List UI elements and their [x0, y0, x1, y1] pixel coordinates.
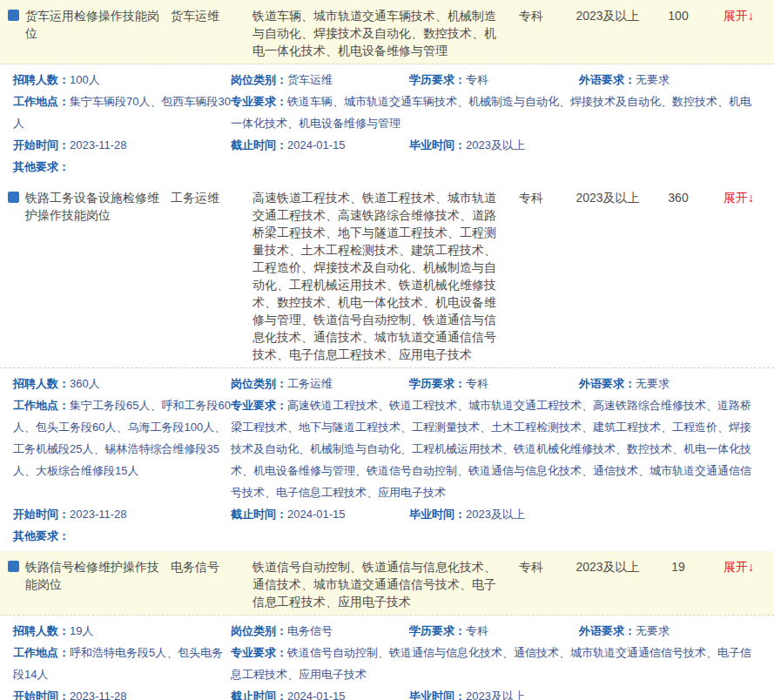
field-label: 毕业时间：	[409, 690, 466, 700]
field-label: 其他要求：	[13, 160, 70, 173]
job-majors: 铁道信号自动控制、铁道通信与信息化技术、通信技术、城市轨道交通通信信号技术、电子…	[249, 558, 500, 610]
field-value: 2023及以上	[466, 690, 525, 700]
field-value: 高速铁道工程技术、铁道工程技术、城市轨道交通工程技术、高速铁路综合维修技术、道路…	[231, 399, 751, 499]
field-value: 专科	[466, 73, 488, 86]
field-value: 无要求	[636, 73, 670, 86]
field-value: 2024-01-15	[287, 508, 346, 521]
detail-education: 学历要求：专科	[409, 620, 579, 642]
job-detail-panel: 招聘人数：100人 岗位类别：货车运维 学历要求：专科 外语要求：无要求 工作地…	[0, 64, 774, 182]
detail-recruit-count: 招聘人数：19人	[13, 620, 231, 642]
detail-deadline: 截止时间：2024-01-15	[231, 685, 409, 700]
job-graduation-year: 2023及以上	[562, 558, 653, 575]
detail-start-time: 开始时间：2023-11-28	[13, 134, 231, 156]
job-majors: 高速铁道工程技术、铁道工程技术、城市轨道交通工程技术、高速铁路综合维修技术、道路…	[249, 189, 500, 363]
field-label: 工作地点：	[13, 399, 70, 412]
field-label: 毕业时间：	[409, 508, 466, 521]
detail-foreign-language: 外语要求：无要求	[579, 620, 762, 642]
field-value: 2024-01-15	[287, 138, 346, 151]
detail-other-requirements: 其他要求：	[13, 525, 762, 547]
field-value: 100人	[70, 73, 100, 86]
detail-start-time: 开始时间：2023-11-28	[13, 503, 231, 525]
field-value: 货车运维	[287, 73, 333, 86]
field-value: 2023-11-28	[70, 138, 127, 151]
field-value: 2023及以上	[466, 138, 525, 151]
field-value: 铁道车辆、城市轨道交通车辆技术、机械制造与自动化、焊接技术及自动化、数控技术、机…	[231, 95, 751, 130]
job-row[interactable]: 货车运用检修操作技能岗位 货车运维 铁道车辆、城市轨道交通车辆技术、机械制造与自…	[0, 0, 774, 64]
job-bullet-icon	[8, 10, 19, 21]
field-value: 19人	[70, 624, 93, 637]
expand-button[interactable]: 展开↓	[703, 558, 774, 575]
field-label: 开始时间：	[13, 690, 70, 700]
field-label: 学历要求：	[409, 624, 466, 637]
job-graduation-year: 2023及以上	[562, 7, 653, 24]
job-education: 专科	[500, 558, 562, 575]
field-value: 工务运维	[287, 377, 333, 390]
field-value: 360人	[70, 377, 100, 390]
detail-job-category: 岗位类别：电务信号	[231, 620, 409, 642]
detail-major-requirements: 专业要求：铁道车辆、城市轨道交通车辆技术、机械制造与自动化、焊接技术及自动化、数…	[231, 91, 762, 134]
job-title: 铁路工务设备设施检修维护操作技能岗位	[25, 189, 162, 224]
detail-work-location: 工作地点：呼和浩特电务段5人、包头电务段14人	[13, 642, 231, 685]
job-education: 专科	[500, 7, 562, 24]
field-label: 专业要求：	[231, 95, 287, 108]
field-label: 招聘人数：	[13, 73, 70, 86]
detail-work-location: 工作地点：集宁车辆段70人、包西车辆段30人	[13, 91, 231, 134]
detail-graduation-time: 毕业时间：2023及以上	[409, 503, 762, 525]
job-detail-panel: 招聘人数：360人 岗位类别：工务运维 学历要求：专科 外语要求：无要求 工作地…	[0, 368, 774, 551]
field-value: 电务信号	[287, 624, 333, 637]
field-label: 外语要求：	[579, 73, 636, 86]
field-label: 开始时间：	[13, 138, 70, 151]
field-label: 岗位类别：	[231, 73, 287, 86]
field-label: 工作地点：	[13, 95, 70, 108]
job-bullet-icon	[8, 561, 19, 572]
job-majors: 铁道车辆、城市轨道交通车辆技术、机械制造与自动化、焊接技术及自动化、数控技术、机…	[249, 7, 500, 59]
field-value: 无要求	[636, 624, 670, 637]
detail-deadline: 截止时间：2024-01-15	[231, 134, 409, 156]
field-label: 外语要求：	[579, 624, 636, 637]
field-value: 2023及以上	[466, 508, 525, 521]
job-category: 工务运维	[162, 189, 249, 206]
field-value: 2024-01-15	[287, 690, 346, 700]
field-value: 2023-11-28	[70, 690, 127, 700]
field-label: 学历要求：	[409, 73, 466, 86]
detail-foreign-language: 外语要求：无要求	[579, 373, 762, 394]
job-graduation-year: 2023及以上	[562, 189, 653, 206]
job-list: 货车运用检修操作技能岗位 货车运维 铁道车辆、城市轨道交通车辆技术、机械制造与自…	[0, 0, 774, 700]
field-value: 专科	[466, 377, 488, 390]
detail-major-requirements: 专业要求：铁道信号自动控制、铁道通信与信息化技术、通信技术、城市轨道交通通信信号…	[231, 642, 762, 685]
detail-job-category: 岗位类别：工务运维	[231, 373, 409, 394]
field-label: 毕业时间：	[409, 138, 466, 151]
job-count: 100	[653, 7, 703, 24]
field-label: 岗位类别：	[231, 377, 287, 390]
field-label: 开始时间：	[13, 508, 70, 521]
detail-education: 学历要求：专科	[409, 373, 579, 394]
field-label: 岗位类别：	[231, 624, 287, 637]
expand-button[interactable]: 展开↓	[703, 189, 774, 206]
expand-button[interactable]: 展开↓	[703, 7, 774, 24]
field-label: 招聘人数：	[13, 624, 70, 637]
detail-recruit-count: 招聘人数：100人	[13, 69, 231, 91]
field-label: 学历要求：	[409, 377, 466, 390]
field-label: 外语要求：	[579, 377, 636, 390]
detail-education: 学历要求：专科	[409, 69, 579, 91]
job-category: 电务信号	[162, 558, 249, 575]
job-row[interactable]: 铁路信号检修维护操作技能岗位 电务信号 铁道信号自动控制、铁道通信与信息化技术、…	[0, 551, 774, 616]
detail-deadline: 截止时间：2024-01-15	[231, 503, 409, 525]
job-title: 铁路信号检修维护操作技能岗位	[25, 558, 162, 593]
field-label: 招聘人数：	[13, 377, 70, 390]
job-row[interactable]: 铁路工务设备设施检修维护操作技能岗位 工务运维 高速铁道工程技术、铁道工程技术、…	[0, 182, 774, 368]
detail-other-requirements: 其他要求：	[13, 156, 762, 178]
field-label: 其他要求：	[13, 529, 70, 542]
job-title-cell: 铁路信号检修维护操作技能岗位	[0, 558, 162, 593]
detail-start-time: 开始时间：2023-11-28	[13, 685, 231, 700]
job-title: 货车运用检修操作技能岗位	[25, 7, 162, 42]
job-title-cell: 货车运用检修操作技能岗位	[0, 7, 162, 42]
job-count: 19	[653, 558, 703, 575]
detail-major-requirements: 专业要求：高速铁道工程技术、铁道工程技术、城市轨道交通工程技术、高速铁路综合维修…	[231, 394, 762, 503]
field-label: 截止时间：	[231, 508, 287, 521]
job-title-cell: 铁路工务设备设施检修维护操作技能岗位	[0, 189, 162, 224]
field-value: 2023-11-28	[70, 508, 127, 521]
job-detail-panel: 招聘人数：19人 岗位类别：电务信号 学历要求：专科 外语要求：无要求 工作地点…	[0, 616, 774, 700]
detail-recruit-count: 招聘人数：360人	[13, 373, 231, 394]
job-count: 360	[653, 189, 703, 206]
